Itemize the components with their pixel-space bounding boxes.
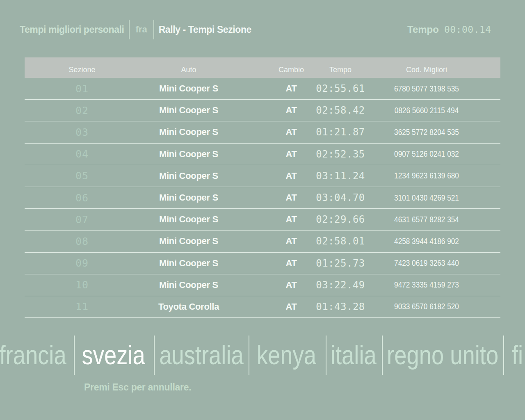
cell-sezione: 09: [49, 253, 115, 274]
table-row: 06 Mini Cooper S AT 03:04.70 3101 0430 4…: [25, 187, 500, 209]
game-screen: Tempi migliori personali fra Rally - Tem…: [0, 0, 525, 420]
cell-sezione: 02: [49, 100, 115, 121]
cell-tempo: 01:43.28: [308, 296, 373, 317]
cell-auto: Mini Cooper S: [148, 144, 230, 165]
page-subtitle: Rally - Tempi Sezione: [159, 24, 251, 35]
country-label: kenya: [256, 340, 316, 370]
cell-tempo: 03:04.70: [308, 187, 373, 208]
cell-tempo: 03:22.49: [308, 274, 373, 296]
country-selector: francia svezia australia kenya italia re…: [0, 336, 525, 375]
cell-tempo: 03:11.24: [308, 165, 373, 187]
table-row: 01 Mini Cooper S AT 02:55.61 6780 5077 3…: [25, 78, 500, 100]
esc-hint: Premi Esc per annullare.: [84, 382, 191, 393]
country-label: italia: [331, 340, 377, 370]
cell-auto: Mini Cooper S: [148, 78, 230, 99]
column-header: Cod. Migliori: [369, 57, 484, 78]
column-header: Sezione: [49, 57, 115, 78]
cell-cod-migliori: 1234 9623 6139 680: [377, 165, 476, 187]
cell-tempo: 02:52.35: [308, 144, 373, 165]
column-header: Tempo: [308, 57, 373, 78]
country-item[interactable]: australia: [160, 336, 242, 375]
cell-sezione: 07: [49, 209, 115, 230]
cell-sezione: 05: [49, 165, 115, 187]
cell-cod-migliori: 0826 5660 2115 494: [377, 100, 476, 121]
cell-auto: Mini Cooper S: [148, 253, 230, 274]
country-item[interactable]: francia: [0, 336, 74, 375]
cell-tempo: 01:21.87: [308, 121, 373, 143]
cell-sezione: 04: [49, 144, 115, 165]
cell-auto: Mini Cooper S: [148, 187, 230, 208]
cell-auto: Toyota Corolla: [148, 296, 230, 317]
cell-auto: Mini Cooper S: [148, 165, 230, 187]
column-header: Auto: [148, 57, 230, 78]
cell-tempo: 02:58.42: [308, 100, 373, 121]
header-divider: [153, 20, 154, 39]
cell-cod-migliori: 9472 3335 4159 273: [377, 274, 476, 296]
country-item[interactable]: fi: [512, 336, 525, 375]
clock-label: Tempo: [407, 24, 439, 35]
cell-auto: Mini Cooper S: [148, 274, 230, 296]
table-header-row: SezioneAutoCambioTempoCod. Migliori: [25, 57, 500, 78]
cell-auto: Mini Cooper S: [148, 209, 230, 230]
table-row: 11 Toyota Corolla AT 01:43.28 9033 6570 …: [25, 296, 500, 318]
header: Tempi migliori personali fra Rally - Tem…: [20, 18, 251, 41]
country-label: francia: [0, 340, 66, 370]
clock-value: 00:00.14: [444, 24, 491, 35]
table-row: 03 Mini Cooper S AT 01:21.87 3625 5772 8…: [25, 121, 500, 143]
cell-tempo: 01:25.73: [308, 253, 373, 274]
cell-cod-migliori: 0907 5126 0241 032: [377, 144, 476, 165]
table-row: 09 Mini Cooper S AT 01:25.73 7423 0619 3…: [25, 253, 500, 274]
cell-sezione: 11: [49, 296, 115, 317]
country-item[interactable]: svezia: [73, 336, 155, 375]
session-clock: Tempo 00:00.14: [407, 18, 491, 41]
cell-auto: Mini Cooper S: [148, 100, 230, 121]
page-title: Tempi migliori personali: [20, 24, 124, 35]
country-label: regno unito: [387, 340, 498, 370]
cell-cod-migliori: 4258 3944 4186 902: [377, 231, 476, 252]
cell-cod-migliori: 7423 0619 3263 440: [377, 253, 476, 274]
header-divider: [129, 20, 130, 39]
table-row: 04 Mini Cooper S AT 02:52.35 0907 5126 0…: [25, 144, 500, 165]
cell-cod-migliori: 3101 0430 4269 521: [377, 187, 476, 208]
cell-tempo: 02:58.01: [308, 231, 373, 252]
cell-cod-migliori: 6780 5077 3198 535: [377, 78, 476, 99]
cell-sezione: 03: [49, 121, 115, 143]
cell-cod-migliori: 9033 6570 6182 520: [377, 296, 476, 317]
table-row: 08 Mini Cooper S AT 02:58.01 4258 3944 4…: [25, 231, 500, 252]
mode-label: fra: [134, 24, 149, 35]
cell-cod-migliori: 3625 5772 8204 535: [377, 121, 476, 143]
best-times-table: SezioneAutoCambioTempoCod. Migliori 01 M…: [25, 57, 500, 318]
table-row: 07 Mini Cooper S AT 02:29.66 4631 6577 8…: [25, 209, 500, 231]
cell-sezione: 06: [49, 187, 115, 208]
cell-auto: Mini Cooper S: [148, 121, 230, 143]
table-row: 10 Mini Cooper S AT 03:22.49 9472 3335 4…: [25, 274, 500, 296]
table-body: 01 Mini Cooper S AT 02:55.61 6780 5077 3…: [25, 78, 500, 318]
cell-tempo: 02:55.61: [308, 78, 373, 99]
country-label: fi: [512, 340, 523, 370]
table-row: 05 Mini Cooper S AT 03:11.24 1234 9623 6…: [25, 165, 500, 187]
cell-sezione: 01: [49, 78, 115, 99]
cell-tempo: 02:29.66: [308, 209, 373, 230]
country-label: svezia: [82, 340, 145, 370]
country-item[interactable]: regno unito: [402, 336, 484, 375]
cell-cod-migliori: 4631 6577 8282 354: [377, 209, 476, 230]
country-label: australia: [159, 340, 244, 370]
country-divider: [503, 336, 504, 375]
country-item[interactable]: italia: [313, 336, 395, 375]
table-row: 02 Mini Cooper S AT 02:58.42 0826 5660 2…: [25, 100, 500, 121]
cell-sezione: 10: [49, 274, 115, 296]
cell-auto: Mini Cooper S: [148, 231, 230, 252]
cell-sezione: 08: [49, 231, 115, 252]
